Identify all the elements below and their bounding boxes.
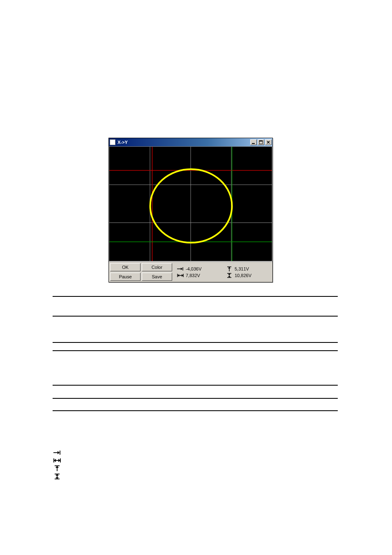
horizontal-span-icon xyxy=(53,458,62,463)
close-button[interactable] xyxy=(265,139,272,145)
separator-line xyxy=(53,296,338,297)
window-title: X->Y xyxy=(117,140,249,145)
y-cursor-value: 5,311V xyxy=(235,266,249,271)
button-column-2: Color Save xyxy=(142,263,172,281)
titlebar[interactable]: X->Y xyxy=(109,138,272,146)
y-span-value: 10,826V xyxy=(235,273,251,278)
separator-line xyxy=(53,385,338,386)
horizontal-span-icon xyxy=(177,273,184,278)
arrow-up-to-bar-icon xyxy=(53,465,62,471)
x-span-value: 7,832V xyxy=(186,273,200,278)
x-span-readout: 7,832V xyxy=(177,273,222,278)
arrow-right-to-bar-icon xyxy=(177,266,184,271)
y-readout-group: 5,311V 10,826V xyxy=(222,263,271,281)
x-cursor-value: -4,036V xyxy=(186,266,202,271)
vertical-span-icon xyxy=(53,474,62,479)
x-cursor-readout: -4,036V xyxy=(177,266,222,271)
separator-line xyxy=(53,350,338,351)
separator-line xyxy=(53,342,338,343)
svg-marker-30 xyxy=(58,451,60,454)
bottom-panel: OK Pause Color Save -4,036V 7,832V xyxy=(109,261,272,282)
save-button[interactable]: Save xyxy=(142,273,172,281)
x-readout-group: -4,036V 7,832V xyxy=(173,263,222,281)
y-span-readout: 10,826V xyxy=(226,273,271,278)
svg-marker-14 xyxy=(181,268,182,270)
color-button[interactable]: Color xyxy=(142,263,172,271)
separator-line xyxy=(53,398,338,399)
maximize-button[interactable] xyxy=(258,139,264,145)
svg-rect-0 xyxy=(252,143,255,144)
xy-plot[interactable] xyxy=(109,146,272,261)
svg-rect-2 xyxy=(259,141,263,141)
vertical-span-icon xyxy=(226,273,233,278)
button-column-1: OK Pause xyxy=(110,263,141,281)
separator-line xyxy=(53,410,338,411)
y-cursor-readout: 5,311V xyxy=(226,266,271,271)
xy-window: X->Y OK Pa xyxy=(108,138,273,282)
minimize-button[interactable] xyxy=(250,139,257,145)
arrow-up-to-bar-icon xyxy=(226,266,233,271)
pause-button[interactable]: Pause xyxy=(110,273,141,281)
arrow-right-to-bar-icon xyxy=(53,450,62,456)
ok-button[interactable]: OK xyxy=(110,263,141,271)
svg-point-12 xyxy=(150,169,232,243)
system-menu-icon[interactable] xyxy=(110,139,115,145)
separator-line xyxy=(53,316,338,317)
